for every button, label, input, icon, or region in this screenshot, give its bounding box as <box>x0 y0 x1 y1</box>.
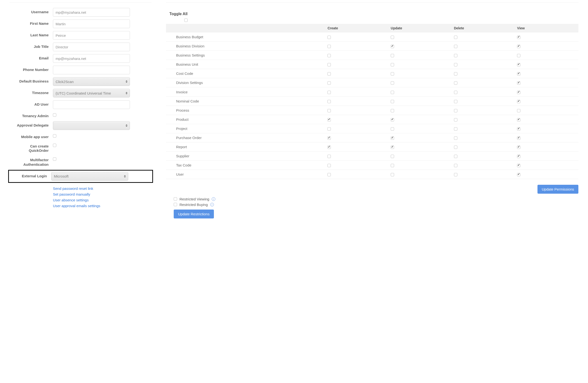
permission-create-checkbox[interactable] <box>327 81 331 85</box>
tenancyadmin-checkbox[interactable] <box>53 113 56 117</box>
update-permissions-button[interactable]: Update Permissions <box>537 185 578 194</box>
permission-create-checkbox[interactable] <box>327 146 331 149</box>
permission-delete-checkbox[interactable] <box>454 173 457 176</box>
jobtitle-input[interactable] <box>53 43 130 51</box>
toggle-all-checkbox[interactable] <box>184 19 188 22</box>
permission-delete-checkbox[interactable] <box>454 72 457 76</box>
username-input[interactable] <box>53 8 130 17</box>
permission-create-checkbox[interactable] <box>327 54 331 57</box>
defaultbusiness-select[interactable]: Click2Scan <box>53 77 130 86</box>
permission-delete-checkbox[interactable] <box>454 136 457 140</box>
permission-view-checkbox[interactable] <box>517 173 520 176</box>
permission-delete-checkbox[interactable] <box>454 81 457 85</box>
permission-update-checkbox[interactable] <box>391 54 394 57</box>
permission-view-checkbox[interactable] <box>517 155 520 158</box>
restricted-viewing-label: Restricted Viewing <box>179 197 209 201</box>
permission-create-checkbox[interactable] <box>327 63 331 66</box>
user-approval-emails-link[interactable]: User approval emails settings <box>53 203 152 209</box>
permission-view-checkbox[interactable] <box>517 63 520 66</box>
permission-view-checkbox[interactable] <box>517 100 520 103</box>
permission-update-checkbox[interactable] <box>391 45 394 48</box>
aduser-input[interactable] <box>53 100 130 109</box>
permission-create-checkbox[interactable] <box>327 109 331 112</box>
permission-view-checkbox[interactable] <box>517 91 520 94</box>
permission-create-checkbox[interactable] <box>327 164 331 167</box>
table-row: Invoice <box>166 87 578 96</box>
firstname-input[interactable] <box>53 20 130 28</box>
permission-update-checkbox[interactable] <box>391 63 394 66</box>
table-row: Nominal Code <box>166 96 578 106</box>
permission-update-checkbox[interactable] <box>391 127 394 131</box>
permission-update-checkbox[interactable] <box>391 109 394 112</box>
permission-update-checkbox[interactable] <box>391 118 394 122</box>
permission-update-checkbox[interactable] <box>391 81 394 85</box>
phone-input[interactable] <box>53 66 130 74</box>
permission-create-checkbox[interactable] <box>327 36 331 39</box>
info-icon[interactable]: i <box>210 203 214 206</box>
permission-name: Business Settings <box>166 51 326 60</box>
permission-create-checkbox[interactable] <box>327 91 331 94</box>
permission-view-checkbox[interactable] <box>517 146 520 149</box>
permission-create-checkbox[interactable] <box>327 127 331 131</box>
permission-delete-checkbox[interactable] <box>454 63 457 66</box>
permission-name: Product <box>166 115 326 124</box>
permission-delete-checkbox[interactable] <box>454 109 457 112</box>
permission-update-checkbox[interactable] <box>391 155 394 158</box>
permission-update-checkbox[interactable] <box>391 173 394 176</box>
permission-delete-checkbox[interactable] <box>454 54 457 57</box>
permission-delete-checkbox[interactable] <box>454 45 457 48</box>
externallogin-select[interactable]: Microsoft <box>51 172 128 181</box>
permission-delete-checkbox[interactable] <box>454 155 457 158</box>
lastname-input[interactable] <box>53 31 130 40</box>
permission-view-checkbox[interactable] <box>517 118 520 122</box>
restricted-viewing-checkbox[interactable] <box>174 197 177 201</box>
permission-update-checkbox[interactable] <box>391 36 394 39</box>
permission-delete-checkbox[interactable] <box>454 164 457 167</box>
permission-create-checkbox[interactable] <box>327 136 331 140</box>
permission-create-checkbox[interactable] <box>327 72 331 76</box>
permission-view-checkbox[interactable] <box>517 36 520 39</box>
permission-update-checkbox[interactable] <box>391 91 394 94</box>
permission-create-checkbox[interactable] <box>327 45 331 48</box>
permission-view-checkbox[interactable] <box>517 164 520 167</box>
aduser-label: AD User <box>10 100 53 107</box>
email-input[interactable] <box>53 54 130 63</box>
permission-view-checkbox[interactable] <box>517 109 520 112</box>
permission-create-checkbox[interactable] <box>327 155 331 158</box>
permission-view-checkbox[interactable] <box>517 54 520 57</box>
permission-create-checkbox[interactable] <box>327 100 331 103</box>
permission-name: Supplier <box>166 151 326 160</box>
permission-update-checkbox[interactable] <box>391 100 394 103</box>
permission-delete-checkbox[interactable] <box>454 118 457 122</box>
quickorder-label: Can create QuickOrder <box>10 142 53 153</box>
info-icon[interactable]: i <box>212 197 215 201</box>
mfa-checkbox[interactable] <box>53 157 56 161</box>
set-password-manually-link[interactable]: Set password manually <box>53 192 152 197</box>
permission-delete-checkbox[interactable] <box>454 127 457 131</box>
permission-create-checkbox[interactable] <box>327 173 331 176</box>
permission-update-checkbox[interactable] <box>391 164 394 167</box>
user-absence-settings-link[interactable]: User absence settings <box>53 197 152 203</box>
email-label: Email <box>10 54 53 61</box>
permission-create-checkbox[interactable] <box>327 118 331 122</box>
send-password-reset-link[interactable]: Send password reset link <box>53 186 152 192</box>
externallogin-highlight-box: External Login Microsoft <box>8 170 153 183</box>
permission-delete-checkbox[interactable] <box>454 91 457 94</box>
permission-delete-checkbox[interactable] <box>454 36 457 39</box>
permission-update-checkbox[interactable] <box>391 72 394 76</box>
approvaldelegate-select[interactable] <box>53 121 130 130</box>
permission-update-checkbox[interactable] <box>391 146 394 149</box>
update-restrictions-button[interactable]: Update Restrictions <box>174 210 214 218</box>
permission-update-checkbox[interactable] <box>391 136 394 140</box>
quickorder-checkbox[interactable] <box>53 144 56 147</box>
permission-delete-checkbox[interactable] <box>454 100 457 103</box>
permission-delete-checkbox[interactable] <box>454 146 457 149</box>
permission-view-checkbox[interactable] <box>517 81 520 85</box>
permission-view-checkbox[interactable] <box>517 127 520 131</box>
mobileapp-checkbox[interactable] <box>53 134 56 138</box>
permission-view-checkbox[interactable] <box>517 45 520 48</box>
permission-view-checkbox[interactable] <box>517 136 520 140</box>
timezone-select[interactable]: (UTC) Coordinated Universal Time <box>53 89 130 97</box>
restricted-buying-checkbox[interactable] <box>174 203 177 206</box>
permission-view-checkbox[interactable] <box>517 72 520 76</box>
